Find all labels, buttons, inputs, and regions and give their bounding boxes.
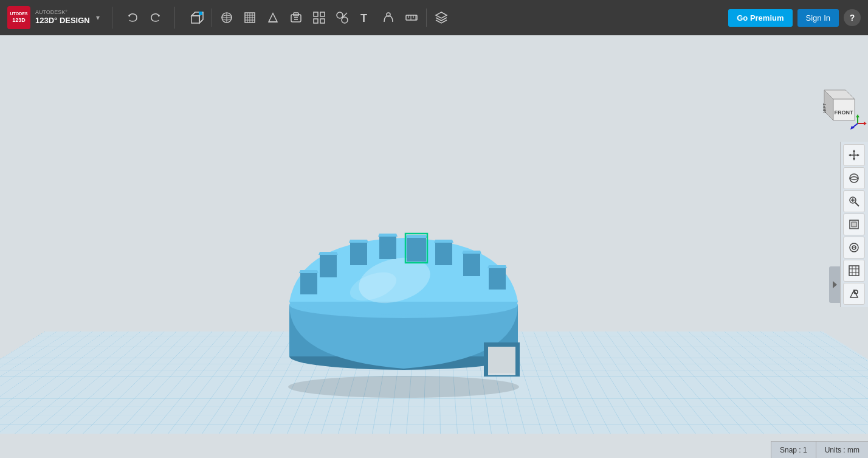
- right-panel: [840, 142, 868, 307]
- 3d-model: [252, 174, 556, 417]
- grid-toggle-button[interactable]: [843, 260, 865, 282]
- svg-marker-3: [128, 15, 131, 17]
- svg-rect-52: [484, 343, 519, 347]
- svg-line-9: [199, 19, 203, 23]
- ruler-tool[interactable]: [401, 7, 422, 29]
- svg-marker-73: [462, 251, 481, 254]
- svg-point-43: [288, 376, 519, 398]
- units-status[interactable]: Units : mm: [816, 442, 868, 458]
- svg-text:LEFT: LEFT: [822, 103, 827, 114]
- svg-marker-22: [269, 13, 277, 22]
- svg-marker-60: [349, 240, 368, 243]
- app-name: AUTODESK° 123D° DESIGN: [35, 9, 90, 27]
- primitive-tool[interactable]: [186, 7, 208, 29]
- svg-marker-70: [434, 240, 453, 243]
- svg-text:T: T: [360, 12, 367, 24]
- svg-rect-61: [379, 235, 396, 259]
- svg-marker-90: [856, 114, 859, 117]
- text-tool[interactable]: T: [354, 7, 376, 29]
- zoom-button[interactable]: [843, 190, 865, 212]
- svg-rect-68: [435, 241, 452, 265]
- toolbar-divider-1: [112, 7, 112, 29]
- pattern-tool[interactable]: [308, 7, 330, 29]
- svg-rect-109: [849, 266, 859, 276]
- render-mode-button[interactable]: [843, 283, 865, 305]
- svg-marker-95: [853, 150, 855, 152]
- svg-rect-53: [484, 343, 488, 376]
- view-cube[interactable]: FRONT LEFT: [812, 78, 861, 127]
- right-panel-toggle[interactable]: [829, 266, 840, 303]
- svg-rect-54: [515, 343, 519, 376]
- undo-button[interactable]: [122, 7, 143, 28]
- toolbar-divider-2: [174, 7, 175, 29]
- svg-rect-50: [487, 346, 517, 373]
- svg-marker-88: [864, 122, 867, 125]
- sketch-tool[interactable]: [239, 7, 261, 29]
- svg-rect-10: [199, 12, 202, 15]
- measure-tool[interactable]: [331, 7, 353, 29]
- modify-tool[interactable]: [285, 7, 307, 29]
- svg-marker-57: [319, 252, 338, 255]
- svg-rect-37: [406, 15, 417, 20]
- svg-rect-64: [407, 236, 426, 262]
- header-right: Go Premium Sign In ?: [721, 9, 868, 27]
- go-premium-button[interactable]: Go Premium: [728, 9, 792, 27]
- svg-rect-105: [852, 222, 856, 227]
- svg-rect-71: [463, 252, 480, 276]
- svg-rect-58: [350, 241, 367, 265]
- svg-rect-77: [300, 271, 317, 294]
- svg-rect-31: [320, 19, 325, 23]
- svg-marker-4: [157, 15, 160, 17]
- svg-text:FRONT: FRONT: [835, 109, 853, 116]
- fit-view-button[interactable]: [843, 213, 865, 235]
- svg-marker-42: [436, 12, 447, 18]
- model-svg: [252, 174, 556, 417]
- svg-rect-30: [314, 19, 318, 23]
- app-menu-dropdown[interactable]: ▾: [96, 13, 100, 22]
- snap-status[interactable]: Snap : 1: [771, 442, 816, 458]
- viewport[interactable]: FRONT LEFT: [0, 35, 868, 458]
- svg-rect-74: [489, 266, 506, 290]
- svg-point-99: [850, 174, 858, 182]
- toolbar-divider-4: [426, 9, 427, 27]
- svg-rect-28: [314, 12, 318, 16]
- svg-marker-98: [857, 154, 859, 156]
- status-bar: Snap : 1 Units : mm: [771, 441, 868, 458]
- pan-button[interactable]: [843, 144, 865, 166]
- layers-tool[interactable]: [430, 7, 452, 29]
- toolbar-main: T: [179, 7, 721, 29]
- svg-rect-29: [320, 12, 325, 16]
- svg-marker-97: [849, 154, 851, 156]
- sign-in-button[interactable]: Sign In: [797, 9, 839, 27]
- svg-marker-116: [833, 281, 837, 288]
- construct-tool[interactable]: [262, 7, 284, 29]
- header-toolbar: AUTODESK 123D AUTODESK° 123D° DESIGN ▾: [0, 0, 868, 35]
- redo-button[interactable]: [145, 7, 166, 28]
- app-logo: AUTODESK 123D: [7, 6, 30, 29]
- svg-rect-5: [191, 16, 199, 23]
- orbit-button[interactable]: [843, 167, 865, 189]
- perspective-button[interactable]: [843, 237, 865, 258]
- svg-marker-76: [487, 265, 507, 268]
- svg-text:AUTODESK: AUTODESK: [10, 12, 28, 16]
- svg-rect-55: [320, 253, 337, 277]
- svg-text:123D: 123D: [12, 17, 26, 23]
- svg-marker-63: [378, 234, 398, 237]
- toolbar-divider-3: [212, 9, 212, 27]
- toolbar-actions: [117, 7, 171, 28]
- snap-tool[interactable]: [377, 7, 399, 29]
- transform-tool[interactable]: [216, 7, 238, 29]
- svg-marker-96: [853, 158, 855, 161]
- svg-line-7: [191, 12, 195, 16]
- svg-line-101: [855, 203, 859, 206]
- svg-marker-79: [299, 270, 319, 273]
- svg-marker-66: [405, 235, 427, 238]
- help-button[interactable]: ?: [844, 9, 861, 26]
- logo-area: AUTODESK 123D AUTODESK° 123D° DESIGN ▾: [0, 6, 107, 29]
- svg-point-108: [853, 247, 855, 248]
